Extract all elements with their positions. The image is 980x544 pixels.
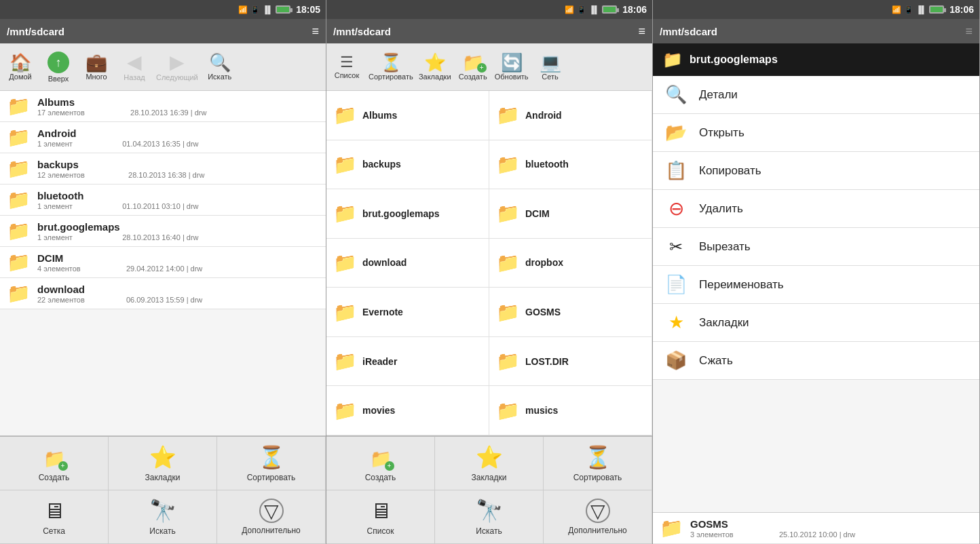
file-meta: 3 элементов 25.10.2012 10:00 | drw — [690, 530, 973, 539]
bottom-more-2[interactable]: ▽ Дополнительно — [544, 490, 652, 544]
toolbar-sort-2[interactable]: ⏳ Сортировать — [366, 52, 416, 82]
context-item-copy-label: Копировать — [699, 164, 761, 178]
context-item-copy[interactable]: 📋 Копировать — [653, 152, 979, 190]
menu-icon-1[interactable]: ≡ — [312, 24, 319, 39]
grid-item-android[interactable]: 📁 Android — [489, 91, 652, 140]
grid-item-evernote[interactable]: 📁 Evernote — [326, 288, 489, 337]
toolbar-multi-1[interactable]: 💼 Много — [77, 52, 115, 82]
context-item-open[interactable]: 📂 Открыть — [653, 114, 979, 152]
cut-icon: ✂ — [662, 237, 690, 256]
bottom-create-2[interactable]: 📁+ Создать — [326, 437, 435, 490]
bottom-create-1[interactable]: 📁+ Создать — [0, 437, 109, 490]
toolbar-2: ☰ Список ⏳ Сортировать ⭐ Закладки 📁+ Соз… — [326, 43, 652, 91]
bottom-grid-1[interactable]: 🖥 Сетка — [0, 490, 109, 544]
file-item-android-1[interactable]: 📁 Android 1 элемент 01.04.2013 16:35 | d… — [0, 122, 326, 153]
binoculars-icon-2: 🔭 — [476, 498, 503, 524]
grid-item-name: Evernote — [362, 307, 403, 317]
toolbar-network-2[interactable]: 💻 Сеть — [531, 52, 569, 82]
path-text-1: /mnt/sdcard — [7, 26, 64, 37]
file-item-albums-1[interactable]: 📁 Albums 17 элементов 28.10.2013 16:39 |… — [0, 91, 326, 122]
grid-item-name: musics — [525, 405, 558, 416]
grid-item-backups[interactable]: 📁 backups — [326, 140, 489, 190]
panel-1: 📶 📱 ▐▌ 18:05 /mnt/sdcard ≡ 🏠 Домой ↑ Вве… — [0, 0, 326, 544]
bottom-sort-1[interactable]: ⏳ Сортировать — [217, 437, 326, 490]
toolbar-up-1[interactable]: ↑ Вверх — [39, 50, 77, 84]
toolbar-home-label-1: Домой — [9, 73, 32, 81]
menu-icon-2[interactable]: ≡ — [638, 24, 645, 39]
file-name: download — [37, 284, 319, 295]
signal-bars-icon-2: ▐▌ — [589, 5, 600, 14]
toolbar-list-label-2: Список — [335, 71, 360, 79]
file-item-gosms-3[interactable]: 📁 GOSMS 3 элементов 25.10.2012 10:00 | d… — [653, 513, 979, 544]
toolbar-search-1[interactable]: 🔍 Искать — [201, 52, 239, 82]
context-menu-title: brut.googlemaps — [690, 54, 778, 66]
file-meta: 17 элементов 28.10.2013 16:39 | drw — [37, 109, 319, 117]
bottom-sort-2[interactable]: ⏳ Сортировать — [544, 437, 652, 490]
grid-item-gosms[interactable]: 📁 GOSMS — [489, 288, 652, 337]
file-name: Android — [37, 128, 319, 139]
bottom-more-1[interactable]: ▽ Дополнительно — [217, 490, 326, 544]
list-icon: ☰ — [340, 55, 354, 70]
grid-item-movies[interactable]: 📁 movies — [326, 386, 489, 435]
grid-item-albums[interactable]: 📁 Albums — [326, 91, 489, 140]
file-item-download-1[interactable]: 📁 download 22 элементов 06.09.2013 15:59… — [0, 278, 326, 309]
grid-item-brut[interactable]: 📁 brut.googlemaps — [326, 189, 489, 239]
status-icons-2: 📶 📱 ▐▌ — [565, 5, 618, 14]
toolbar-home-1[interactable]: 🏠 Домой — [1, 52, 39, 82]
grid-item-dcim[interactable]: 📁 DCIM — [489, 189, 652, 239]
bookmarks-icon-2: ⭐ — [476, 444, 503, 470]
menu-icon-3[interactable]: ≡ — [965, 24, 973, 39]
context-item-cut[interactable]: ✂ Вырезать — [653, 228, 979, 266]
grid-item-download[interactable]: 📁 download — [326, 239, 489, 288]
bottom-bookmarks-label-1: Закладки — [145, 473, 181, 482]
toolbar-refresh-2[interactable]: 🔄 Обновить — [492, 52, 531, 82]
grid-item-dropbox[interactable]: 📁 dropbox — [489, 239, 652, 288]
file-item-brut-1[interactable]: 📁 brut.googlemaps 1 элемент 28.10.2013 1… — [0, 216, 326, 247]
folder-icon: 📁 — [496, 202, 520, 225]
delete-icon: ⊖ — [662, 197, 690, 220]
compress-icon: 📦 — [662, 350, 690, 371]
folder-icon: 📁 — [333, 202, 357, 225]
create-icon-bottom-2: 📁+ — [370, 445, 392, 470]
context-item-compress[interactable]: 📦 Сжать — [653, 342, 979, 380]
bottom-find-2[interactable]: 🔭 Искать — [435, 490, 544, 544]
toolbar-forward-1[interactable]: ▶ Следующий — [153, 52, 201, 83]
signal-icon-2: 📱 — [577, 5, 586, 14]
file-name: GOSMS — [690, 518, 973, 530]
folder-icon: 📁 — [7, 157, 31, 180]
status-bar-3: 📶 📱 ▐▌ 18:06 — [653, 0, 979, 19]
folder-icon: 📁 — [660, 517, 683, 539]
bottom-bookmarks-2[interactable]: ⭐ Закладки — [435, 437, 544, 490]
bottom-find-1[interactable]: 🔭 Искать — [109, 490, 217, 544]
file-item-dcim-1[interactable]: 📁 DCIM 4 элементов 29.04.2012 14:00 | dr… — [0, 247, 326, 278]
bottom-bookmarks-1[interactable]: ⭐ Закладки — [109, 437, 217, 490]
folder-icon: 📁 — [7, 282, 31, 305]
bottom-list-2[interactable]: 🖥 Список — [326, 490, 435, 544]
file-info: GOSMS 3 элементов 25.10.2012 10:00 | drw — [690, 518, 973, 539]
file-name: brut.googlemaps — [37, 221, 319, 233]
sort-icon: ⏳ — [258, 444, 285, 470]
open-icon: 📂 — [662, 122, 690, 143]
create-icon: 📁+ — [43, 445, 65, 470]
grid-item-musics[interactable]: 📁 musics — [489, 386, 652, 435]
file-item-backups-1[interactable]: 📁 backups 12 элементов 28.10.2013 16:38 … — [0, 153, 326, 184]
toolbar-back-1[interactable]: ◀ Назад — [115, 52, 153, 83]
panel-2: 📶 📱 ▐▌ 18:06 /mnt/sdcard ≡ ☰ Список ⏳ Со… — [326, 0, 653, 544]
folder-icon: 📁 — [496, 104, 520, 126]
bottom-find-label-1: Искать — [149, 526, 175, 536]
wifi-icon: 📶 — [238, 5, 248, 14]
grid-item-ireader[interactable]: 📁 iReader — [326, 337, 489, 387]
grid-item-bluetooth[interactable]: 📁 bluetooth — [489, 140, 652, 190]
context-item-details[interactable]: 🔍 Детали — [653, 76, 979, 114]
folder-icon: 📁 — [7, 220, 31, 242]
toolbar-list-2[interactable]: ☰ Список — [328, 54, 366, 81]
context-item-delete[interactable]: ⊖ Удалить — [653, 190, 979, 228]
toolbar-create-2[interactable]: 📁+ Создать — [454, 52, 492, 82]
grid-item-name: Albums — [362, 110, 397, 121]
toolbar-bookmarks-2[interactable]: ⭐ Закладки — [416, 52, 454, 82]
grid-item-lostdir[interactable]: 📁 LOST.DIR — [489, 337, 652, 387]
context-item-rename[interactable]: 📄 Переименовать — [653, 266, 979, 304]
context-item-bookmark[interactable]: ★ Закладки — [653, 304, 979, 342]
signal-icon: 📱 — [250, 5, 260, 14]
file-item-bluetooth-1[interactable]: 📁 bluetooth 1 элемент 01.10.2011 03:10 |… — [0, 184, 326, 216]
